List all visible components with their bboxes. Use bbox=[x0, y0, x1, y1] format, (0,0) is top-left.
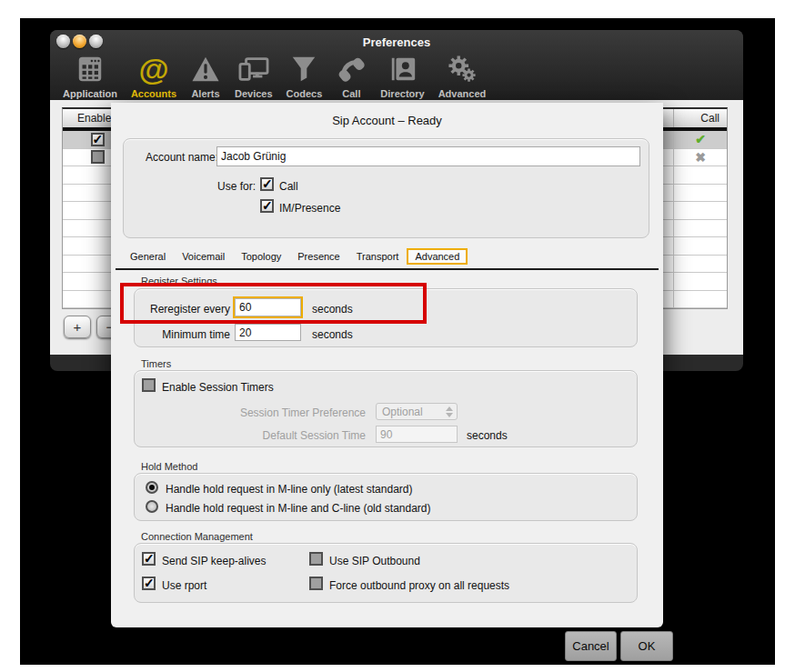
accounts-at-icon: @ bbox=[138, 51, 168, 87]
hold-m-and-c-line-label: Handle hold request in M-line and C-line… bbox=[166, 502, 431, 515]
use-sip-outbound-checkbox[interactable] bbox=[309, 552, 323, 566]
enable-session-timers-checkbox[interactable] bbox=[142, 378, 156, 392]
toolbar-item-application[interactable]: Application bbox=[57, 48, 123, 99]
enable-session-timers-label: Enable Session Timers bbox=[162, 381, 274, 394]
application-grid-icon bbox=[75, 51, 105, 87]
reregister-every-label: Reregister every bbox=[140, 303, 230, 316]
dropdown-value: Optional bbox=[382, 406, 423, 418]
send-sip-keep-alives-checkbox[interactable] bbox=[142, 552, 156, 566]
hold-m-and-c-line-radio[interactable] bbox=[146, 500, 158, 513]
use-sip-outbound-label: Use SIP Outbound bbox=[329, 555, 420, 567]
toolbar-item-advanced[interactable]: Advanced bbox=[433, 48, 492, 99]
use-rport-label: Use rport bbox=[162, 579, 206, 592]
tab-presence[interactable]: Presence bbox=[289, 248, 347, 265]
tab-general[interactable]: General bbox=[122, 248, 174, 265]
account-name-label: Account name: bbox=[136, 151, 218, 164]
tab-topology[interactable]: Topology bbox=[233, 248, 289, 265]
enabled-checkbox[interactable] bbox=[91, 150, 105, 164]
use-for-label: Use for: bbox=[178, 180, 256, 193]
toolbar-item-codecs[interactable]: Codecs bbox=[281, 48, 328, 99]
force-outbound-proxy-label: Force outbound proxy on all requests bbox=[329, 579, 509, 592]
window-titlebar: Preferences Application @ Accounts bbox=[50, 30, 743, 100]
toolbar-label: Codecs bbox=[287, 88, 323, 99]
toolbar-label: Application bbox=[63, 88, 117, 99]
use-for-call-label: Call bbox=[279, 180, 298, 193]
account-name-input[interactable] bbox=[216, 146, 640, 166]
toolbar-item-call[interactable]: Call bbox=[330, 48, 372, 99]
toolbar-item-directory[interactable]: Directory bbox=[375, 48, 429, 99]
sheet-tab-bar: General Voicemail Topology Presence Tran… bbox=[122, 248, 468, 265]
devices-screens-icon bbox=[237, 51, 270, 87]
ok-button[interactable]: OK bbox=[620, 631, 673, 661]
send-sip-keep-alives-label: Send SIP keep-alives bbox=[162, 555, 267, 567]
sip-account-sheet: Sip Account – Ready Account name: Use fo… bbox=[111, 103, 663, 627]
toolbar-label: Call bbox=[342, 88, 360, 99]
codecs-funnel-icon bbox=[289, 51, 318, 87]
session-timer-preference-dropdown[interactable]: Optional bbox=[376, 403, 458, 420]
connection-groupbox: Send SIP keep-alives Use SIP Outbound Us… bbox=[134, 543, 638, 603]
dropdown-stepper-icon bbox=[446, 406, 453, 417]
toolbar-item-accounts[interactable]: @ Accounts bbox=[126, 48, 182, 99]
tab-underline bbox=[116, 268, 659, 270]
reregister-seconds-suffix: seconds bbox=[312, 303, 353, 316]
timers-groupbox: Enable Session Timers Session Timer Pref… bbox=[134, 370, 638, 447]
account-groupbox: Account name: Use for: Call IM/Presence bbox=[123, 138, 649, 238]
default-session-time-input[interactable] bbox=[376, 426, 458, 443]
hold-m-line-only-radio[interactable] bbox=[146, 481, 158, 494]
hold-section-label: Hold Method bbox=[141, 461, 197, 472]
register-groupbox: Reregister every seconds Minimum time se… bbox=[134, 288, 638, 347]
column-header-call[interactable]: Call bbox=[674, 109, 727, 127]
toolbar-label: Alerts bbox=[191, 88, 219, 99]
use-for-im-presence-label: IM/Presence bbox=[279, 202, 340, 215]
use-for-im-presence-checkbox[interactable] bbox=[260, 199, 274, 213]
force-outbound-proxy-checkbox[interactable] bbox=[309, 577, 323, 590]
register-section-label: Register Settings bbox=[141, 276, 217, 286]
tab-voicemail[interactable]: Voicemail bbox=[174, 248, 233, 265]
enabled-checkbox[interactable] bbox=[91, 133, 105, 146]
directory-card-icon bbox=[388, 51, 418, 87]
hold-m-line-only-label: Handle hold request in M-line only (late… bbox=[166, 483, 412, 496]
toolbar-label: Devices bbox=[235, 88, 273, 99]
minimum-time-label: Minimum time bbox=[140, 328, 230, 341]
timers-section-label: Timers bbox=[141, 358, 171, 369]
zoom-button[interactable] bbox=[89, 35, 103, 48]
connection-section-label: Connection Management bbox=[141, 531, 253, 542]
toolbar-label: Accounts bbox=[131, 88, 176, 99]
toolbar-label: Advanced bbox=[438, 88, 487, 99]
minimum-seconds-suffix: seconds bbox=[312, 328, 353, 341]
hold-groupbox: Handle hold request in M-line only (late… bbox=[134, 473, 638, 521]
session-timer-preference-label: Session Timer Preference bbox=[135, 406, 366, 419]
preferences-toolbar: Application @ Accounts Alerts Dev bbox=[57, 48, 491, 99]
alert-triangle-icon bbox=[190, 51, 221, 87]
call-disabled-icon: ✖ bbox=[695, 150, 706, 165]
sheet-title: Sip Account – Ready bbox=[111, 114, 663, 127]
tab-transport[interactable]: Transport bbox=[348, 248, 408, 265]
cancel-button[interactable]: Cancel bbox=[565, 631, 617, 661]
call-handset-icon bbox=[336, 51, 367, 87]
minimum-time-input[interactable] bbox=[235, 324, 301, 341]
window-title: Preferences bbox=[50, 35, 743, 49]
use-rport-checkbox[interactable] bbox=[142, 577, 156, 590]
reregister-every-input[interactable] bbox=[235, 298, 301, 316]
toolbar-label: Directory bbox=[380, 88, 424, 99]
toolbar-item-alerts[interactable]: Alerts bbox=[185, 48, 226, 99]
screenshot-backdrop: Preferences Application @ Accounts bbox=[20, 18, 775, 665]
use-for-call-checkbox[interactable] bbox=[260, 177, 274, 191]
call-enabled-icon: ✔ bbox=[695, 132, 706, 146]
session-seconds-suffix: seconds bbox=[467, 429, 508, 442]
minimize-button[interactable] bbox=[73, 35, 86, 48]
default-session-time-label: Default Session Time bbox=[135, 429, 366, 442]
advanced-gears-icon bbox=[447, 51, 478, 87]
add-account-button[interactable]: + bbox=[64, 316, 91, 338]
tab-advanced[interactable]: Advanced bbox=[407, 248, 468, 265]
close-button[interactable] bbox=[56, 35, 70, 48]
toolbar-item-devices[interactable]: Devices bbox=[229, 48, 278, 99]
